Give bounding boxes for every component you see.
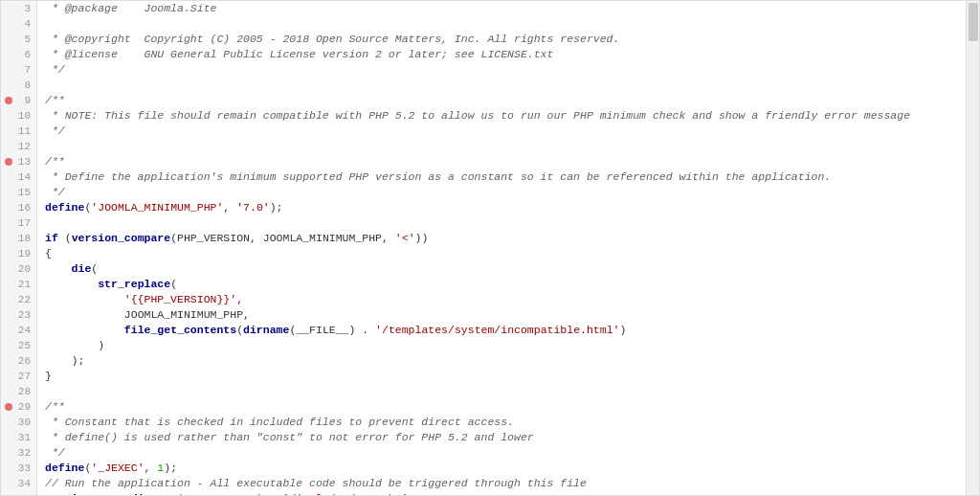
token-fn: version_compare — [72, 231, 171, 246]
line-number-23: 23 — [1, 307, 36, 323]
line-number-34: 34 — [1, 476, 36, 491]
code-line-25: ) — [37, 338, 966, 353]
code-content[interactable]: * @package Joomla.Site * @copyright Copy… — [37, 1, 966, 495]
code-line-4 — [37, 16, 966, 32]
token-str: '/includes/app.php' — [283, 491, 409, 495]
token-punc — [45, 323, 124, 338]
token-punc: ( — [236, 323, 243, 338]
token-num: 1 — [157, 461, 164, 476]
token-punc: } — [45, 369, 52, 384]
token-kw: define — [45, 200, 84, 215]
line-number-5: 5 — [1, 32, 36, 47]
token-punc — [45, 307, 124, 323]
token-punc: ( — [84, 461, 91, 476]
code-line-18: if (version_compare(PHP_VERSION, JOOMLA_… — [37, 231, 966, 246]
code-line-8 — [37, 78, 966, 93]
token-cmt: */ — [45, 445, 65, 461]
line-number-30: 30 — [1, 415, 36, 430]
token-str: '7.0' — [236, 200, 270, 215]
token-punc: ) . — [349, 323, 376, 338]
token-const: JOOMLA_MINIMUM_PHP — [124, 307, 243, 323]
line-number-22: 22 — [1, 292, 36, 307]
line-number-21: 21 — [1, 277, 36, 292]
line-number-4: 4 — [1, 16, 36, 32]
code-line-14: * Define the application's minimum suppo… — [37, 169, 966, 185]
code-line-28 — [37, 384, 966, 399]
code-line-33: define('_JEXEC', 1); — [37, 461, 966, 476]
line-number-6: 6 — [1, 47, 36, 62]
code-line-15: */ — [37, 185, 966, 200]
token-fn: dirname — [243, 323, 289, 338]
code-line-6: * @license GNU General Public License ve… — [37, 47, 966, 62]
line-number-8: 8 — [1, 78, 36, 93]
line-number-18: 18 — [1, 231, 36, 246]
token-const: PHP_VERSION — [177, 231, 250, 246]
token-str: '/templates/system/incompatible.html' — [375, 323, 619, 338]
token-fn: str_replace — [98, 277, 170, 292]
token-fn: file_get_contents — [124, 323, 236, 338]
code-line-22: '{{PHP_VERSION}}', — [37, 292, 966, 307]
line-number-12: 12 — [1, 139, 36, 154]
line-number-31: 31 — [1, 430, 36, 445]
token-punc: , — [250, 231, 263, 246]
line-number-13: 13 — [1, 154, 36, 169]
line-number-24: 24 — [1, 323, 36, 338]
code-line-23: JOOMLA_MINIMUM_PHP, — [37, 307, 966, 323]
token-punc: { — [45, 246, 52, 261]
code-line-30: * Constant that is checked in included f… — [37, 415, 966, 430]
token-str: 'JOOMLA_MINIMUM_PHP' — [91, 200, 223, 215]
token-str: '<' — [395, 231, 415, 246]
code-area: 3456789101112131415161718192021222324252… — [1, 1, 979, 495]
line-number-14: 14 — [1, 169, 36, 185]
line-number-29: 29 — [1, 399, 36, 415]
line-numbers: 3456789101112131415161718192021222324252… — [1, 1, 37, 495]
line-number-7: 7 — [1, 62, 36, 78]
line-number-35: 35 — [1, 491, 36, 495]
code-line-5: * @copyright Copyright (C) 2005 - 2018 O… — [37, 32, 966, 47]
token-punc: ( — [170, 231, 177, 246]
line-number-17: 17 — [1, 215, 36, 231]
line-number-15: 15 — [1, 185, 36, 200]
token-cmt: * @license GNU General Public License ve… — [45, 47, 553, 62]
code-line-20: die( — [37, 261, 966, 277]
scrollbar[interactable] — [966, 1, 979, 495]
line-number-10: 10 — [1, 108, 36, 124]
token-cmt: * Constant that is checked in included f… — [45, 415, 514, 430]
token-punc: )) — [415, 231, 429, 246]
token-punc: ) — [45, 338, 104, 353]
token-cmt: /** — [45, 399, 65, 415]
line-number-11: 11 — [1, 124, 36, 139]
token-punc: ) . — [243, 491, 282, 495]
code-line-24: file_get_contents(dirname(__FILE__) . '/… — [37, 323, 966, 338]
code-line-12 — [37, 139, 966, 154]
token-punc: , — [223, 200, 236, 215]
token-str: '_JEXEC' — [91, 461, 144, 476]
code-line-3: * @package Joomla.Site — [37, 1, 966, 16]
token-fn: dirname — [131, 491, 177, 495]
line-number-3: 3 — [1, 1, 36, 16]
token-cmt: */ — [45, 62, 65, 78]
token-cmt: */ — [45, 124, 65, 139]
code-line-11: */ — [37, 124, 966, 139]
token-punc: , — [382, 231, 395, 246]
line-number-27: 27 — [1, 369, 36, 384]
code-line-17 — [37, 215, 966, 231]
token-punc: ; — [409, 491, 415, 495]
token-cmt: * define() is used rather than "const" t… — [45, 430, 534, 445]
token-fn: define — [45, 461, 84, 476]
code-line-26: ); — [37, 353, 966, 369]
token-cmt: * @copyright Copyright (C) 2005 - 2018 O… — [45, 32, 619, 47]
token-punc: ( — [91, 261, 98, 277]
code-line-10: * NOTE: This file should remain compatib… — [37, 108, 966, 124]
token-kw: require_once — [45, 491, 124, 495]
token-punc: ); — [164, 461, 177, 476]
token-cmt: /** — [45, 93, 65, 108]
token-punc: ); — [270, 200, 283, 215]
editor-container: 3456789101112131415161718192021222324252… — [0, 0, 980, 496]
line-number-28: 28 — [1, 384, 36, 399]
code-line-9: /** — [37, 93, 966, 108]
token-const: __FILE__ — [296, 323, 348, 338]
scrollbar-thumb[interactable] — [969, 3, 978, 41]
token-punc: ( — [177, 491, 190, 495]
code-line-13: /** — [37, 154, 966, 169]
